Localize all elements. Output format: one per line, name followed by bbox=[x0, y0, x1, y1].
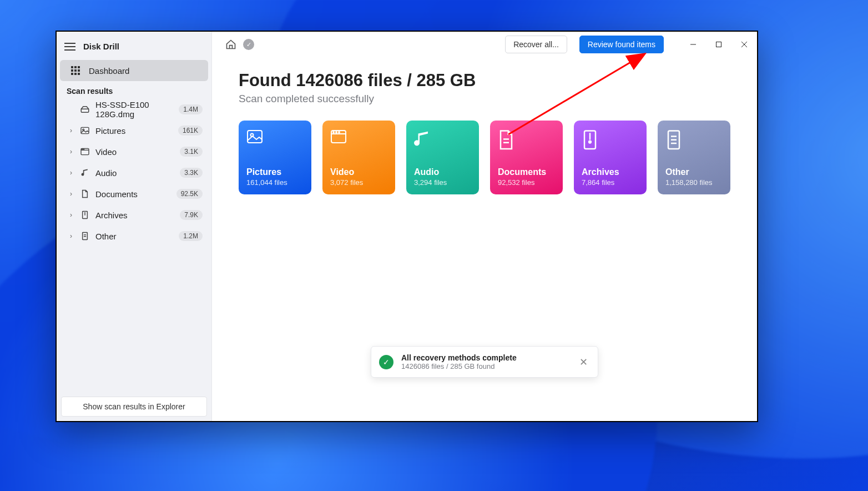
svg-point-27 bbox=[589, 141, 591, 143]
topbar: ✓ Recover all... Review found items bbox=[212, 32, 757, 57]
tile-archives[interactable]: Archives 7,864 files bbox=[574, 121, 647, 194]
disk-icon bbox=[80, 106, 90, 113]
archive-icon bbox=[80, 211, 90, 219]
toast-close-button[interactable]: ✕ bbox=[577, 354, 590, 370]
file-icon bbox=[665, 129, 682, 145]
tile-count: 1,158,280 files bbox=[665, 178, 723, 187]
tile-other[interactable]: Other 1,158,280 files bbox=[658, 121, 730, 194]
tile-count: 92,532 files bbox=[498, 178, 555, 187]
tree-item-count: 3.1K bbox=[180, 147, 203, 157]
tree-item-count: 92.5K bbox=[176, 189, 203, 199]
window-maximize-button[interactable] bbox=[706, 32, 731, 57]
svg-point-22 bbox=[339, 132, 340, 133]
tree-disk-count: 1.4M bbox=[179, 104, 203, 114]
video-icon bbox=[80, 148, 90, 156]
file-icon bbox=[80, 232, 90, 241]
tree-item-count: 3.3K bbox=[180, 168, 203, 178]
tree-documents[interactable]: › Documents 92.5K bbox=[60, 183, 208, 204]
tree-item-count: 7.9K bbox=[180, 210, 203, 220]
sidebar: Disk Drill Dashboard Scan results HS-SSD… bbox=[57, 32, 212, 421]
tile-count: 3,294 files bbox=[414, 178, 471, 187]
tree-item-label: Other bbox=[95, 232, 173, 241]
tile-name: Other bbox=[665, 167, 723, 177]
tile-documents[interactable]: Documents 92,532 files bbox=[490, 121, 563, 194]
tree-audio[interactable]: › Audio 3.3K bbox=[60, 162, 208, 183]
chevron-right-icon: › bbox=[70, 190, 74, 198]
tree-pictures[interactable]: › Pictures 161K bbox=[60, 120, 208, 141]
chevron-right-icon: › bbox=[70, 211, 74, 219]
chevron-right-icon: › bbox=[70, 148, 74, 156]
show-in-explorer-button[interactable]: Show scan results in Explorer bbox=[61, 397, 207, 417]
chevron-right-icon: › bbox=[70, 169, 74, 177]
svg-point-5 bbox=[82, 149, 82, 149]
tree-item-label: Audio bbox=[95, 168, 174, 178]
document-icon bbox=[80, 189, 90, 198]
window-minimize-button[interactable] bbox=[680, 32, 706, 57]
home-icon[interactable] bbox=[225, 39, 236, 50]
image-icon bbox=[246, 129, 263, 145]
document-icon bbox=[498, 129, 514, 145]
checkmark-chip-icon[interactable]: ✓ bbox=[243, 39, 254, 50]
tile-pictures[interactable]: Pictures 161,044 files bbox=[239, 121, 311, 194]
app-window: Disk Drill Dashboard Scan results HS-SSD… bbox=[55, 31, 758, 422]
grid-icon bbox=[71, 66, 80, 75]
tree-item-label: Archives bbox=[95, 211, 174, 220]
tree-disk[interactable]: HS-SSD-E100 128G.dmg 1.4M bbox=[60, 99, 208, 120]
tile-name: Audio bbox=[414, 167, 471, 177]
music-icon bbox=[80, 168, 90, 177]
video-icon bbox=[330, 129, 347, 145]
category-tiles: Pictures 161,044 files Video 3,072 files bbox=[239, 121, 730, 194]
tree-other[interactable]: › Other 1.2M bbox=[60, 226, 208, 247]
chevron-right-icon: › bbox=[70, 127, 74, 134]
tile-name: Archives bbox=[582, 167, 639, 177]
tile-name: Documents bbox=[498, 167, 555, 177]
tree-video[interactable]: › Video 3.1K bbox=[60, 141, 208, 162]
tree-archives[interactable]: › Archives 7.9K bbox=[60, 204, 208, 226]
svg-rect-16 bbox=[248, 131, 262, 143]
checkmark-icon: ✓ bbox=[379, 355, 393, 369]
window-close-button[interactable] bbox=[731, 32, 757, 57]
toast-title: All recovery methods complete bbox=[401, 353, 517, 362]
tree-item-label: Video bbox=[95, 147, 174, 157]
tile-audio[interactable]: Audio 3,294 files bbox=[406, 121, 479, 194]
summary-headline: Found 1426086 files / 285 GB bbox=[239, 71, 730, 91]
tree-item-label: Pictures bbox=[95, 126, 173, 136]
svg-point-20 bbox=[333, 132, 334, 133]
tile-name: Video bbox=[330, 167, 387, 177]
completion-toast: ✓ All recovery methods complete 1426086 … bbox=[371, 346, 598, 378]
tile-count: 7,864 files bbox=[582, 178, 639, 187]
recover-all-button[interactable]: Recover all... bbox=[505, 36, 567, 53]
tree-disk-label: HS-SSD-E100 128G.dmg bbox=[95, 100, 173, 119]
tree-item-count: 161K bbox=[178, 126, 203, 136]
tile-video[interactable]: Video 3,072 files bbox=[322, 121, 395, 194]
nav-dashboard[interactable]: Dashboard bbox=[60, 60, 208, 81]
image-icon bbox=[80, 127, 90, 134]
sidebar-section-label: Scan results bbox=[57, 81, 211, 99]
svg-point-6 bbox=[83, 149, 84, 149]
chevron-right-icon: › bbox=[70, 232, 74, 240]
nav-dashboard-label: Dashboard bbox=[89, 66, 129, 76]
svg-rect-13 bbox=[716, 42, 721, 47]
svg-rect-1 bbox=[81, 127, 89, 133]
archive-icon bbox=[582, 129, 598, 145]
results-tree: HS-SSD-E100 128G.dmg 1.4M › Pictures 161… bbox=[57, 99, 211, 247]
review-button[interactable]: Review found items bbox=[579, 36, 664, 53]
tile-name: Pictures bbox=[246, 167, 304, 177]
tile-count: 3,072 files bbox=[330, 178, 387, 187]
toast-detail: 1426086 files / 285 GB found bbox=[401, 362, 517, 370]
hamburger-icon[interactable] bbox=[64, 43, 75, 51]
app-title: Disk Drill bbox=[83, 42, 119, 51]
main-area: ✓ Recover all... Review found items Foun… bbox=[212, 32, 757, 421]
svg-point-21 bbox=[336, 132, 337, 133]
tree-item-label: Documents bbox=[95, 189, 171, 199]
tile-count: 161,044 files bbox=[246, 178, 304, 187]
summary-subline: Scan completed successfully bbox=[239, 93, 730, 105]
music-icon bbox=[414, 129, 431, 145]
tree-item-count: 1.2M bbox=[179, 231, 203, 241]
